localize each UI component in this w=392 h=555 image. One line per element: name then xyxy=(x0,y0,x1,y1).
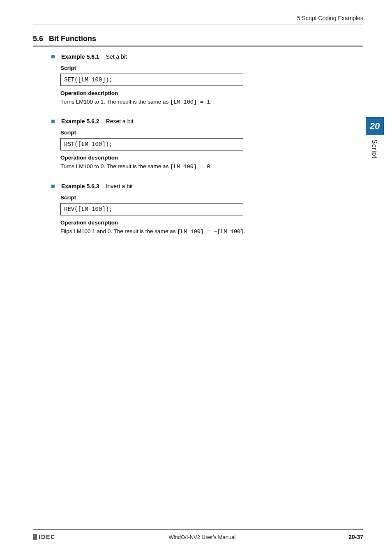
script-heading: Script xyxy=(60,194,289,201)
example-label: Example 5.6.1 xyxy=(61,53,99,60)
operation-desc-text: Flips LM100 1 and 0. The result is the s… xyxy=(60,227,289,236)
section-rule xyxy=(33,46,363,46)
script-code: SET([LM 100]); xyxy=(60,74,243,86)
example-block: Example 5.6.1 Set a bit Script SET([LM 1… xyxy=(51,53,289,106)
section-title: Bit Functions xyxy=(49,35,96,43)
square-bullet-icon xyxy=(51,185,55,188)
op-code: [LM 100] = 1 xyxy=(170,99,210,105)
op-pre: Turns LM100 to 0. The result is the same… xyxy=(60,163,170,169)
side-tab: 20 Script xyxy=(366,117,384,159)
script-heading: Script xyxy=(60,130,289,136)
op-pre: Turns LM100 to 1. The result is the same… xyxy=(60,99,170,105)
chapter-tab-label: Script xyxy=(371,139,378,159)
example-block: Example 5.6.2 Reset a bit Script RST([LM… xyxy=(51,118,289,171)
example-title: Reset a bit xyxy=(106,118,134,125)
square-bullet-icon xyxy=(51,55,55,58)
content-area: Example 5.6.1 Set a bit Script SET([LM 1… xyxy=(51,53,289,247)
header-rule xyxy=(33,25,363,25)
script-code: RST([LM 100]); xyxy=(60,138,243,150)
script-code: REV([LM 100]); xyxy=(60,203,243,215)
header-breadcrumb: 5 Script Coding Examples xyxy=(33,15,363,25)
op-code: [LM 100] = 0 xyxy=(170,164,210,170)
logo-square-icon xyxy=(33,534,37,540)
footer-logo: IDEC xyxy=(33,534,55,540)
op-code: [LM 100] = ~[LM 100] xyxy=(177,229,244,235)
operation-desc-text: Turns LM100 to 1. The result is the same… xyxy=(60,98,289,106)
operation-desc-label: Operation description xyxy=(60,90,289,96)
section-number: 5.6 xyxy=(33,35,43,43)
script-heading: Script xyxy=(60,65,289,71)
example-title: Invert a bit xyxy=(106,183,133,190)
example-label: Example 5.6.3 xyxy=(61,183,99,190)
footer-rule xyxy=(33,529,363,530)
example-label: Example 5.6.2 xyxy=(61,118,99,125)
op-post: . xyxy=(210,99,212,105)
operation-desc-label: Operation description xyxy=(60,220,289,226)
footer-manual-title: WindO/I-NV2 User's Manual xyxy=(168,534,235,540)
op-post: . xyxy=(244,228,245,234)
operation-desc-label: Operation description xyxy=(60,155,289,161)
op-pre: Flips LM100 1 and 0. The result is the s… xyxy=(60,228,177,234)
example-title: Set a bit xyxy=(106,53,127,60)
footer-page-number: 20-37 xyxy=(348,534,363,540)
operation-desc-text: Turns LM100 to 0. The result is the same… xyxy=(60,162,289,171)
square-bullet-icon xyxy=(51,120,55,123)
example-block: Example 5.6.3 Invert a bit Script REV([L… xyxy=(51,183,289,236)
chapter-tab-number: 20 xyxy=(366,117,384,135)
logo-text: IDEC xyxy=(39,534,55,540)
op-post: . xyxy=(210,163,212,169)
